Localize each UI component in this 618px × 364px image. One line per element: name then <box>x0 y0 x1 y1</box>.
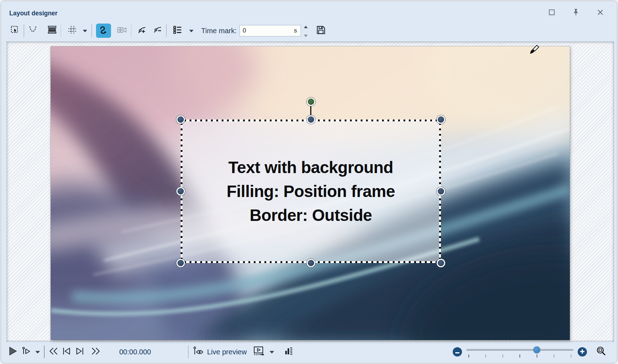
text-content: Text with background Filling: Position f… <box>184 123 437 259</box>
toolbar-separator <box>61 24 61 37</box>
time-mark-input[interactable] <box>243 27 294 34</box>
zoom-tick <box>486 354 486 358</box>
pin-icon <box>573 9 579 17</box>
play-button[interactable] <box>7 345 19 359</box>
zoom-slider[interactable] <box>466 346 573 358</box>
zoom-out-button[interactable] <box>453 347 462 357</box>
zoom-slider-track[interactable] <box>466 349 573 351</box>
playback-separator <box>188 345 189 358</box>
layers-tool[interactable] <box>45 24 59 38</box>
skip-to-start-button[interactable] <box>47 345 60 359</box>
save-icon <box>316 25 326 36</box>
select-tool[interactable] <box>8 24 22 38</box>
chevron-down-icon <box>35 349 40 355</box>
selection-handle-middle-right[interactable] <box>437 187 445 196</box>
pin-button[interactable] <box>572 9 580 17</box>
camera-move-tool[interactable] <box>115 24 129 38</box>
text-line: Border: Outside <box>250 203 372 227</box>
spinner-down-button[interactable] <box>304 32 308 39</box>
list-tool-dropdown[interactable] <box>188 24 195 38</box>
zoom-fit-button[interactable] <box>596 345 607 359</box>
skip-start-icon <box>48 347 59 357</box>
text-line: Filling: Position frame <box>227 180 395 203</box>
selection-handle-top-right[interactable] <box>437 115 445 124</box>
skip-to-end-button[interactable] <box>89 345 102 359</box>
grid-icon <box>67 25 77 36</box>
camera-move-icon <box>117 25 127 36</box>
dashed-path-icon <box>28 25 38 36</box>
selection-handle-middle-left[interactable] <box>176 187 185 196</box>
chevron-down-icon <box>270 349 274 355</box>
remove-node-tool[interactable] <box>151 24 165 38</box>
skip-end-icon <box>90 347 101 357</box>
toolbar-separator <box>24 24 24 37</box>
grid-tool-dropdown[interactable] <box>81 24 89 38</box>
toolbar-separator <box>91 24 92 37</box>
zoom-tick <box>554 354 554 358</box>
zoom-tick <box>537 354 537 358</box>
selection-handle-bottom-middle[interactable] <box>307 259 315 267</box>
preview-window-button[interactable] <box>252 345 265 359</box>
close-icon <box>597 9 603 17</box>
spinner-up-button[interactable] <box>304 23 308 30</box>
play-from-mark-button[interactable] <box>21 345 33 359</box>
grid-tool[interactable] <box>66 24 79 38</box>
add-node-icon <box>137 25 147 36</box>
save-button[interactable] <box>314 24 328 38</box>
time-mark-unit: s <box>294 27 298 34</box>
zoom-tick <box>503 354 503 358</box>
pin-eye-icon <box>193 346 204 358</box>
next-frame-icon <box>75 347 85 357</box>
zoom-slider-ticks <box>468 354 571 358</box>
selection-handle-top-middle[interactable] <box>307 115 315 124</box>
window-title: Layout designer <box>9 10 57 17</box>
selection-handle-top-left[interactable] <box>176 115 185 124</box>
path-select-tool[interactable] <box>26 24 40 38</box>
motion-path-tool[interactable] <box>96 24 111 38</box>
list-tool[interactable] <box>171 24 184 38</box>
chevron-down-icon <box>83 27 87 34</box>
live-preview-toggle[interactable] <box>193 345 204 359</box>
paintbrush-icon <box>528 44 540 57</box>
list-icon <box>172 25 182 36</box>
s-curve-icon <box>98 25 109 37</box>
close-button[interactable] <box>596 9 604 17</box>
playback-bar: 00:00.000 Live preview <box>1 341 617 363</box>
previous-frame-button[interactable] <box>60 345 72 359</box>
preview-screen-icon <box>253 346 265 358</box>
play-options-dropdown[interactable] <box>35 345 40 359</box>
toolbar-separator <box>131 24 132 37</box>
zoom-tick <box>571 354 572 358</box>
marquee-select-icon <box>10 25 20 36</box>
stacked-bars-icon <box>47 25 57 36</box>
selection-handle-bottom-right[interactable] <box>437 259 445 267</box>
minus-icon <box>455 349 459 355</box>
zoom-tick <box>519 354 520 358</box>
zoom-in-button[interactable] <box>578 347 587 357</box>
remove-node-icon <box>153 25 163 36</box>
toolbar: Time mark: s <box>1 21 617 40</box>
play-from-mark-icon <box>22 347 32 357</box>
text-line: Text with background <box>228 156 393 180</box>
time-display: 00:00.000 <box>118 348 152 356</box>
zoom-slider-thumb[interactable] <box>533 347 540 353</box>
audio-levels-button[interactable] <box>284 345 294 359</box>
maximize-button[interactable] <box>548 9 556 17</box>
live-preview-label: Live preview <box>207 348 247 356</box>
previous-frame-icon <box>61 347 71 357</box>
maximize-icon <box>549 9 555 17</box>
audio-levels-icon <box>284 346 293 358</box>
preview-options-dropdown[interactable] <box>269 345 275 359</box>
titlebar: Layout designer <box>1 1 617 22</box>
zoom-fit-icon <box>596 346 607 358</box>
window-controls <box>548 9 604 17</box>
selected-text-element[interactable]: Text with background Filling: Position f… <box>181 120 441 263</box>
preview-canvas[interactable]: Text with background Filling: Position f… <box>51 46 570 340</box>
time-mark-spinner <box>303 23 309 39</box>
add-node-tool[interactable] <box>135 24 149 38</box>
playback-separator <box>44 345 45 358</box>
layout-designer-window: Layout designer <box>1 1 617 363</box>
next-frame-button[interactable] <box>74 345 86 359</box>
selection-handle-bottom-left[interactable] <box>176 259 185 267</box>
rotation-handle[interactable] <box>307 97 315 106</box>
